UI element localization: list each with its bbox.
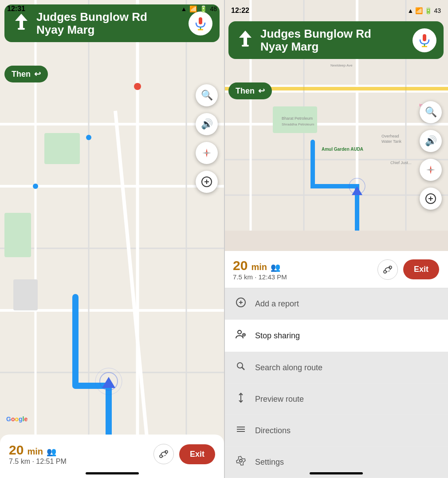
eta-detail-right: 7.5 km · 12:43 PM	[233, 273, 287, 281]
menu-item-stop-sharing[interactable]: Stop sharing	[224, 320, 448, 352]
status-bar-left: 12:31 ▲ 📶 🔋 48	[0, 0, 224, 18]
svg-point-17	[95, 368, 122, 395]
svg-rect-23	[18, 28, 25, 30]
mic-button-right[interactable]	[413, 28, 436, 52]
street-name-1-right: Judges Bunglow Rd	[260, 27, 407, 40]
street-name-2-left: Nyay Marg	[36, 24, 183, 36]
eta-info-right: 20 min 👥 7.5 km · 12:43 PM	[233, 258, 287, 281]
exit-button-right[interactable]: Exit	[403, 259, 439, 279]
svg-point-71	[238, 330, 241, 334]
status-icons-left: ▲ 📶 🔋 48	[181, 5, 217, 12]
menu-icon-search-route	[235, 361, 247, 374]
menu-icon-add-report	[235, 297, 247, 310]
then-chip-left: Then ↩	[4, 66, 48, 82]
eta-row-left: 20 min 👥 7.5 km · 12:51 PM	[9, 443, 215, 466]
menu-label-add-report: Add a report	[255, 299, 299, 309]
eta-actions-right: Exit	[377, 259, 439, 280]
eta-main-left: 20 min 👥	[9, 443, 67, 458]
share-icon-right: 👥	[271, 263, 280, 272]
svg-text:Amul Garden AUDA: Amul Garden AUDA	[322, 147, 363, 152]
svg-line-10	[115, 111, 151, 478]
home-indicator-left	[86, 472, 139, 474]
menu-item-directions[interactable]: Directions	[224, 415, 448, 447]
menu-item-preview-route[interactable]: Preview route	[224, 384, 448, 415]
svg-text:Chief Just...: Chief Just...	[390, 161, 412, 165]
compass-button-right[interactable]	[420, 159, 442, 181]
svg-text:Overhead: Overhead	[381, 134, 399, 138]
svg-point-80	[240, 459, 242, 462]
menu-icon-preview-route	[235, 392, 247, 406]
menu-label-settings: Settings	[255, 458, 284, 467]
svg-text:Neeldeep Ave: Neeldeep Ave	[330, 63, 353, 67]
street-name-2-right: Nyay Marg	[260, 40, 407, 53]
eta-main-right: 20 min 👥	[233, 258, 287, 273]
chat-button-right[interactable]	[420, 188, 442, 210]
then-label-left: Then	[12, 70, 31, 79]
menu-icon-settings	[235, 455, 247, 469]
status-icons-right: ▲ 📶 🔋 43	[408, 7, 441, 14]
svg-point-74	[237, 363, 243, 368]
svg-text:Bharat Petroleum: Bharat Petroleum	[282, 116, 313, 121]
battery-pct-right: 43	[434, 7, 441, 14]
eta-unit-left: min	[27, 447, 43, 457]
menu-label-directions: Directions	[255, 426, 291, 435]
wifi-icon-right: 📶	[415, 7, 423, 14]
turn-arrow-right: ↩	[258, 86, 265, 96]
svg-text:Water Tank: Water Tank	[381, 139, 402, 144]
menu-label-search-route: Search along route	[255, 363, 322, 372]
eta-unit-right: min	[251, 262, 267, 272]
menu-item-add-report[interactable]: Add a report	[224, 288, 448, 320]
svg-rect-24	[199, 17, 202, 24]
bottom-bar-left: 20 min 👥 7.5 km · 12:51 PM	[0, 435, 224, 478]
right-map-panel: Bharat Petroleum Shraddha Petroleum Amul…	[224, 0, 448, 478]
share-icon-left: 👥	[47, 447, 56, 457]
svg-rect-11	[44, 133, 80, 164]
battery-pct-left: 48	[210, 5, 217, 12]
time-left: 12:31	[7, 5, 25, 13]
compass-button-left[interactable]	[196, 142, 218, 164]
nav-header-right: Judges Bunglow Rd Nyay Marg	[228, 21, 444, 59]
svg-rect-13	[13, 279, 38, 310]
route-options-button-left[interactable]	[153, 444, 174, 464]
menu-item-search-route[interactable]: Search along route	[224, 352, 448, 384]
svg-line-75	[242, 368, 245, 370]
battery-icon-right: 🔋	[424, 7, 432, 14]
svg-rect-58	[423, 34, 426, 41]
menu-icon-directions	[235, 424, 247, 437]
menu-label-stop-sharing: Stop sharing	[255, 331, 300, 341]
svg-point-20	[33, 184, 38, 189]
time-right: 12:22	[231, 7, 249, 15]
turn-arrow-left: ↩	[34, 69, 41, 79]
chat-button-left[interactable]	[196, 171, 218, 193]
panel-divider	[224, 0, 225, 478]
direction-arrow-right	[236, 29, 255, 52]
sound-button-right[interactable]: 🔊	[420, 130, 442, 152]
svg-point-18	[134, 83, 141, 90]
svg-marker-56	[239, 31, 252, 38]
nav-direction-right: Judges Bunglow Rd Nyay Marg	[260, 27, 407, 53]
home-indicator-right	[310, 472, 363, 474]
svg-marker-62	[426, 169, 435, 171]
svg-marker-15	[102, 377, 115, 388]
svg-rect-57	[242, 45, 249, 47]
eta-minutes-left: 20	[9, 443, 24, 458]
menu-icon-stop-sharing	[235, 329, 247, 343]
menu-label-preview-route: Preview route	[255, 395, 304, 404]
sound-button-left[interactable]: 🔊	[196, 113, 218, 135]
svg-rect-12	[4, 213, 31, 257]
svg-text:Shraddha Petroleum: Shraddha Petroleum	[282, 122, 314, 126]
battery-icon-left: 🔋	[200, 5, 207, 12]
search-button-right[interactable]: 🔍	[420, 101, 442, 123]
then-chip-right: Then ↩	[228, 82, 272, 99]
search-button-left[interactable]: 🔍	[196, 84, 218, 106]
route-options-button-right[interactable]	[377, 259, 398, 280]
svg-point-16	[100, 372, 118, 390]
location-icon-left: ▲	[181, 5, 187, 12]
eta-info-left: 20 min 👥 7.5 km · 12:51 PM	[9, 443, 67, 466]
menu-container: Add a reportStop sharingSearch along rou…	[224, 288, 448, 478]
eta-detail-left: 7.5 km · 12:51 PM	[9, 458, 67, 466]
left-map-panel: 12:31 ▲ 📶 🔋 48 Judges Bunglow Rd Nyay Ma…	[0, 0, 224, 478]
wifi-icon-left: 📶	[189, 5, 197, 12]
eta-minutes-right: 20	[233, 258, 248, 273]
exit-button-left[interactable]: Exit	[179, 444, 215, 464]
